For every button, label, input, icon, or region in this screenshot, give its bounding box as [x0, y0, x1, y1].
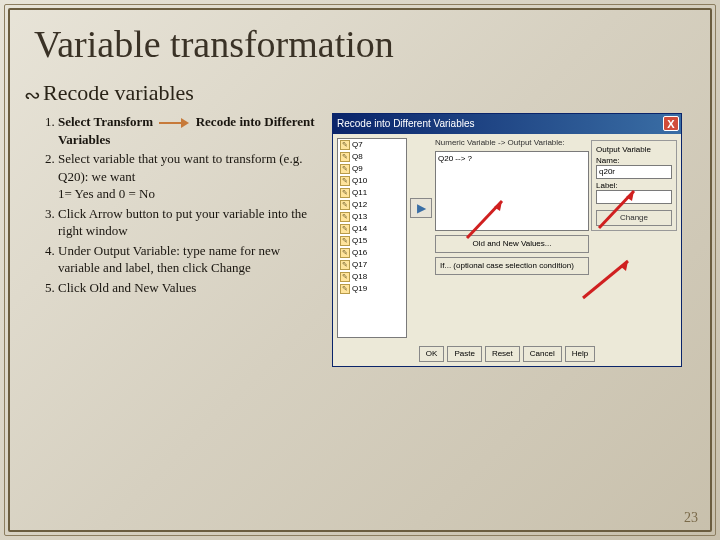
- variables-listbox[interactable]: ✎Q7✎Q8✎Q9✎Q10✎Q11✎Q12✎Q13✎Q14✎Q15✎Q16✎Q1…: [337, 138, 407, 338]
- change-button[interactable]: Change: [596, 210, 672, 226]
- variable-icon: ✎: [340, 224, 350, 234]
- variable-item[interactable]: ✎Q9: [338, 163, 406, 175]
- if-condition-button[interactable]: If... (optional case selection condition…: [435, 257, 589, 275]
- variable-icon: ✎: [340, 284, 350, 294]
- output-variable-fieldset: Output Variable Name: q20r Label: Change: [591, 140, 677, 231]
- close-button[interactable]: X: [663, 116, 679, 131]
- instruction-5: Click Old and New Values: [58, 279, 320, 297]
- variable-item[interactable]: ✎Q17: [338, 259, 406, 271]
- instruction-1: Select Transform Recode into Different V…: [58, 113, 320, 148]
- close-icon: X: [667, 118, 674, 130]
- old-new-values-button[interactable]: Old and New Values...: [435, 235, 589, 253]
- page-number: 23: [684, 510, 698, 526]
- variable-item[interactable]: ✎Q8: [338, 151, 406, 163]
- variable-icon: ✎: [340, 188, 350, 198]
- dialog-button-row: OKPasteResetCancelHelp: [333, 342, 681, 366]
- numeric-variable-box[interactable]: Q20 --> ?: [435, 151, 589, 231]
- label-label: Label:: [596, 181, 672, 190]
- arrow-right-icon: ▶: [417, 201, 426, 215]
- output-variable-legend: Output Variable: [596, 145, 672, 154]
- variable-item[interactable]: ✎Q19: [338, 283, 406, 295]
- recode-dialog: Recode into Different Variables X ✎Q7✎Q8…: [332, 113, 682, 367]
- dialog-title: Recode into Different Variables: [337, 118, 475, 129]
- reset-button[interactable]: Reset: [485, 346, 520, 362]
- variable-icon: ✎: [340, 236, 350, 246]
- instructions-list: Select Transform Recode into Different V…: [40, 113, 320, 367]
- variable-icon: ✎: [340, 152, 350, 162]
- variable-icon: ✎: [340, 272, 350, 282]
- instruction-3: Click Arrow button to put your variable …: [58, 205, 320, 240]
- ok-button[interactable]: OK: [419, 346, 445, 362]
- variable-icon: ✎: [340, 212, 350, 222]
- bullet-icon: ∾: [24, 83, 41, 107]
- label-input[interactable]: [596, 190, 672, 204]
- variable-item[interactable]: ✎Q11: [338, 187, 406, 199]
- move-arrow-button[interactable]: ▶: [410, 198, 432, 218]
- variable-icon: ✎: [340, 248, 350, 258]
- variable-icon: ✎: [340, 260, 350, 270]
- variable-item[interactable]: ✎Q16: [338, 247, 406, 259]
- variable-item[interactable]: ✎Q18: [338, 271, 406, 283]
- instruction-2: Select variable that you want to transfo…: [58, 150, 320, 203]
- name-input[interactable]: q20r: [596, 165, 672, 179]
- variable-icon: ✎: [340, 164, 350, 174]
- help-button[interactable]: Help: [565, 346, 595, 362]
- variable-item[interactable]: ✎Q12: [338, 199, 406, 211]
- variable-icon: ✎: [340, 140, 350, 150]
- cancel-button[interactable]: Cancel: [523, 346, 562, 362]
- variable-item[interactable]: ✎Q14: [338, 223, 406, 235]
- slide-subtitle: ∾Recode variables: [0, 66, 720, 113]
- name-label: Name:: [596, 156, 672, 165]
- paste-button[interactable]: Paste: [447, 346, 481, 362]
- variable-icon: ✎: [340, 200, 350, 210]
- variable-item[interactable]: ✎Q13: [338, 211, 406, 223]
- instruction-4: Under Output Variable: type name for new…: [58, 242, 320, 277]
- numeric-variable-label: Numeric Variable -> Output Variable:: [435, 138, 589, 147]
- variable-item[interactable]: ✎Q15: [338, 235, 406, 247]
- arrow-icon: [159, 118, 189, 128]
- variable-icon: ✎: [340, 176, 350, 186]
- dialog-titlebar: Recode into Different Variables X: [333, 114, 681, 134]
- variable-item[interactable]: ✎Q10: [338, 175, 406, 187]
- variable-item[interactable]: ✎Q7: [338, 139, 406, 151]
- slide-title: Variable transformation: [0, 0, 720, 66]
